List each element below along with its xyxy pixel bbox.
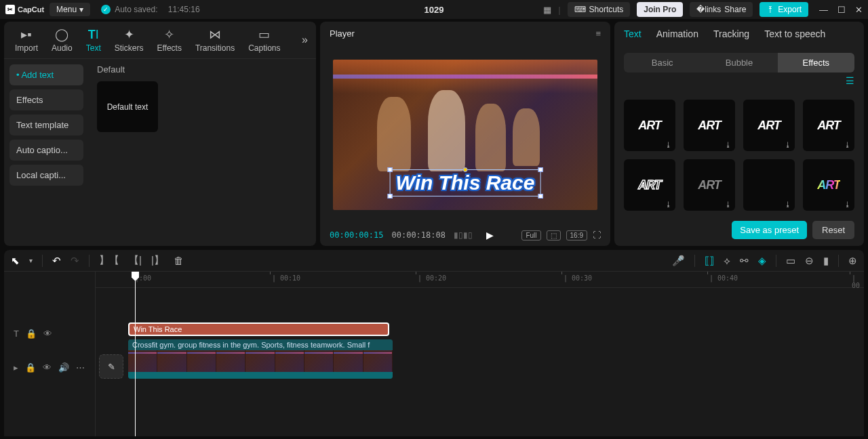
lock-icon[interactable]: 🔒: [25, 362, 36, 373]
more-icon[interactable]: ⋯: [76, 362, 85, 373]
sidebar-local-captions[interactable]: Local capti...: [9, 165, 83, 186]
inspector-subtabs: Basic Bubble Effects: [624, 53, 854, 72]
overlay-text: Win This Race: [396, 171, 535, 194]
effect-item[interactable]: ART⭳: [684, 100, 735, 151]
subtab-basic[interactable]: Basic: [624, 53, 701, 72]
download-icon: ⭳: [785, 141, 791, 148]
audio-icon: ◯: [55, 27, 68, 42]
tab-text[interactable]: TIText: [81, 26, 106, 54]
filter-icon[interactable]: ☰: [846, 75, 854, 86]
content-heading: Default: [97, 64, 308, 75]
tab-stickers[interactable]: ✦Stickers: [109, 26, 149, 54]
full-badge[interactable]: Full: [521, 230, 540, 241]
tab-effects[interactable]: ✧Effects: [151, 26, 186, 54]
ratio-badge[interactable]: 16:9: [566, 230, 587, 241]
zoom-out-icon[interactable]: ⊖: [805, 255, 814, 267]
topbar: ✂ CapCut Menu▾ ✓ Auto saved: 11:45:16 10…: [0, 0, 868, 19]
fullscreen-icon[interactable]: ⛶: [593, 230, 601, 240]
text-track-icon: T: [14, 329, 19, 339]
shortcuts-button[interactable]: ⌨Shortcuts: [568, 2, 631, 17]
play-button[interactable]: ▶: [486, 230, 494, 241]
effect-item[interactable]: ART⭳: [743, 159, 795, 211]
expand-icon[interactable]: »: [299, 34, 311, 46]
sidebar-auto-captions[interactable]: Auto captio...: [9, 140, 83, 161]
tab-import[interactable]: ▸▪Import: [9, 26, 43, 54]
text-clip[interactable]: Win This Race: [128, 322, 389, 336]
text-sidebar: • Add text Effects Text template Auto ca…: [4, 59, 89, 246]
compare-icon[interactable]: ▮▯▮▯: [454, 230, 473, 240]
close-icon[interactable]: ✕: [855, 5, 863, 15]
media-tabs: ▸▪Import ◯Audio TIText ✦Stickers ✧Effect…: [4, 22, 316, 59]
thumbnail-icon[interactable]: ▭: [786, 255, 795, 267]
tab-audio[interactable]: ◯Audio: [46, 26, 78, 54]
snap-icon[interactable]: ⟦⟧: [705, 255, 714, 267]
tab-animation[interactable]: Animation: [656, 28, 698, 43]
inspector-tabs: Text Animation Tracking Text to speech: [614, 22, 864, 47]
tab-tts[interactable]: Text to speech: [764, 28, 825, 43]
tab-captions[interactable]: ▭Captions: [243, 26, 285, 54]
effect-item[interactable]: ART⭳: [743, 100, 795, 151]
zoom-in-icon[interactable]: ⊕: [848, 255, 857, 267]
effects-icon: ✧: [164, 27, 174, 42]
maximize-icon[interactable]: ☐: [837, 5, 846, 15]
captions-icon: ▭: [258, 27, 270, 42]
effect-item[interactable]: ART⭳: [624, 159, 675, 211]
pointer-tool-icon[interactable]: ⬉: [11, 255, 20, 267]
subtab-bubble[interactable]: Bubble: [701, 53, 777, 72]
project-name[interactable]: 1029: [425, 5, 444, 15]
mute-icon[interactable]: 🔊: [58, 362, 69, 373]
edit-track-button[interactable]: ✎: [99, 354, 123, 379]
tab-transitions[interactable]: ⋈Transitions: [190, 26, 240, 54]
sidebar-add-text[interactable]: • Add text: [9, 64, 83, 85]
timeline-ruler[interactable]: |:00 | 00:10 | 00:20 | 00:30 | 00:40 | 0…: [96, 272, 864, 288]
video-thumbnails: [128, 350, 393, 372]
effect-item[interactable]: ART⭳: [803, 159, 854, 211]
trim-left-icon[interactable]: 【|: [129, 254, 142, 267]
menu-button[interactable]: Menu▾: [50, 3, 90, 16]
share-button[interactable]: �linksShare: [690, 2, 753, 17]
video-clip[interactable]: Crossfit gym. group fitness in the gym. …: [128, 339, 393, 379]
eye-icon[interactable]: 👁: [43, 362, 52, 373]
player-title: Player: [330, 28, 355, 39]
crop-icon[interactable]: ⬚: [547, 230, 561, 241]
zoom-marker-icon[interactable]: ▮: [823, 255, 829, 267]
join-pro-button[interactable]: Join Pro: [637, 2, 683, 17]
effect-item[interactable]: ART⭳: [624, 100, 675, 151]
link-icon[interactable]: ⚯: [740, 255, 749, 267]
eye-icon[interactable]: 👁: [43, 329, 52, 339]
app-logo: ✂ CapCut: [5, 5, 44, 14]
lock-icon[interactable]: 🔒: [26, 329, 37, 339]
reset-button[interactable]: Reset: [812, 221, 854, 239]
effect-item[interactable]: ART⭳: [803, 100, 854, 151]
subtab-effects[interactable]: Effects: [778, 53, 854, 72]
preview-icon[interactable]: ◈: [758, 255, 766, 267]
tab-tracking[interactable]: Tracking: [713, 28, 749, 43]
align-icon[interactable]: ⟡: [724, 255, 730, 267]
playhead[interactable]: [135, 272, 136, 436]
layout-icon[interactable]: ▦: [543, 5, 551, 15]
player-viewport[interactable]: Win This Race: [320, 45, 610, 224]
delete-icon[interactable]: 🗑: [174, 255, 184, 266]
save-preset-button[interactable]: Save as preset: [732, 221, 807, 239]
share-icon: �links: [696, 5, 721, 14]
sidebar-text-template[interactable]: Text template: [9, 114, 83, 135]
tab-text-inspector[interactable]: Text: [624, 28, 642, 43]
player-menu-icon[interactable]: ≡: [595, 28, 601, 39]
keyboard-icon: ⌨: [574, 5, 586, 14]
minimize-icon[interactable]: —: [819, 5, 828, 15]
chevron-down-icon[interactable]: ▾: [29, 257, 33, 264]
sidebar-effects[interactable]: Effects: [9, 89, 83, 110]
app-name: CapCut: [18, 5, 44, 14]
redo-icon[interactable]: ↷: [71, 255, 79, 267]
import-icon: ▸▪: [21, 27, 31, 42]
split-icon[interactable]: 】【: [99, 254, 119, 267]
export-button[interactable]: ⭱Export: [760, 2, 808, 17]
timeline-tracks[interactable]: |:00 | 00:10 | 00:20 | 00:30 | 00:40 | 0…: [96, 272, 864, 436]
trim-right-icon[interactable]: |】: [151, 254, 164, 267]
text-overlay[interactable]: Win This Race: [390, 169, 541, 196]
mic-icon[interactable]: 🎤: [672, 255, 685, 267]
default-text-thumb[interactable]: Default text: [97, 81, 158, 132]
undo-icon[interactable]: ↶: [52, 255, 61, 267]
download-icon: ⭳: [725, 141, 732, 148]
effect-item[interactable]: ART⭳: [684, 159, 735, 211]
